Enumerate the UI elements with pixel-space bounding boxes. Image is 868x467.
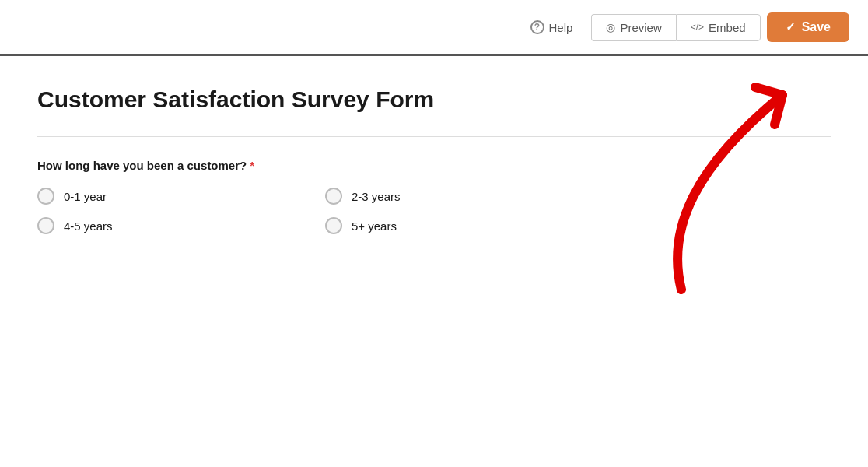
preview-embed-group: ◎ Preview </> Embed	[591, 14, 760, 41]
list-item: 4-5 years	[37, 217, 294, 234]
arrow-annotation	[619, 72, 821, 308]
save-label: Save	[802, 20, 831, 34]
toolbar-actions: ? Help ◎ Preview </> Embed ✓ Save	[518, 12, 849, 42]
form-title: Customer Satisfaction Survey Form	[37, 84, 465, 114]
required-indicator: *	[250, 159, 254, 172]
radio-input-opt4[interactable]	[325, 217, 342, 234]
embed-button[interactable]: </> Embed	[676, 14, 761, 41]
code-icon: </>	[691, 22, 704, 33]
embed-label: Embed	[709, 21, 746, 34]
preview-label: Preview	[620, 21, 661, 34]
preview-button[interactable]: ◎ Preview	[591, 14, 675, 41]
option-label-opt2: 2-3 years	[352, 190, 401, 203]
section-divider	[37, 136, 831, 137]
option-label-opt3: 4-5 years	[64, 219, 113, 233]
list-item: 0-1 year	[37, 188, 294, 205]
radio-input-opt3[interactable]	[37, 217, 54, 234]
radio-input-opt2[interactable]	[325, 188, 342, 205]
eye-icon: ◎	[606, 21, 615, 33]
options-grid: 0-1 year 2-3 years 4-5 years 5+ years	[37, 188, 582, 234]
toolbar: ? Help ◎ Preview </> Embed ✓ Save	[0, 0, 868, 56]
question-icon: ?	[530, 20, 544, 34]
option-label-opt1: 0-1 year	[64, 190, 107, 203]
checkmark-icon: ✓	[786, 20, 796, 34]
help-button[interactable]: ? Help	[518, 14, 586, 40]
save-button[interactable]: ✓ Save	[767, 12, 849, 42]
list-item: 2-3 years	[325, 188, 582, 205]
list-item: 5+ years	[325, 217, 582, 234]
main-content: Customer Satisfaction Survey Form How lo…	[0, 56, 868, 253]
question-label: How long have you been a customer?*	[37, 159, 831, 172]
help-label: Help	[549, 21, 573, 34]
radio-input-opt1[interactable]	[37, 188, 54, 205]
option-label-opt4: 5+ years	[352, 219, 397, 233]
